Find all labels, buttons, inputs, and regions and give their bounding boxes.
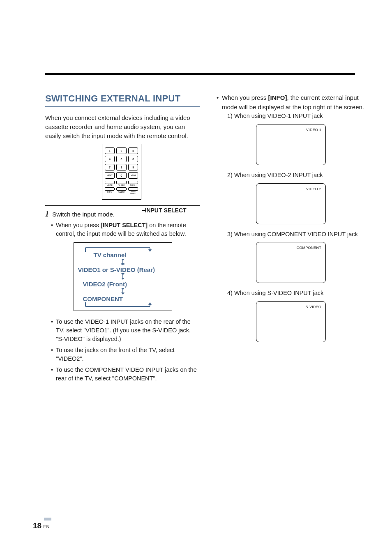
step1-bullet-list-2: To use the VIDEO-1 INPUT jacks on the re… bbox=[51, 318, 200, 383]
right-column: When you press [INFO], the current exter… bbox=[217, 93, 365, 386]
remote-keypad: 1 2 3 4 5 6 7 8 9 –/ENT 0 +100 bbox=[105, 147, 138, 179]
remote-fn-row1: MUTE SLEEP MENU bbox=[105, 181, 138, 187]
remote-key-9: 9 bbox=[128, 164, 138, 170]
remote-fn-audio-label: AUDIO bbox=[116, 191, 127, 193]
right-item1: 1) When using VIDEO-1 INPUT jack bbox=[227, 112, 365, 121]
diagram-line4: COMPONENT bbox=[83, 296, 168, 303]
step-number: 1 bbox=[45, 210, 49, 218]
step1-bullet1: When you press [INPUT SELECT] on the rem… bbox=[51, 221, 200, 238]
tv-label-1: VIDEO 1 bbox=[306, 128, 321, 132]
remote-fn-mute bbox=[105, 181, 115, 184]
remote-key-8: 8 bbox=[116, 164, 127, 170]
right-bullet-list: When you press [INFO], the current exter… bbox=[217, 93, 365, 112]
diagram-bottom-arrow bbox=[77, 302, 172, 307]
diagram-line1: TV channel bbox=[94, 252, 168, 259]
remote-fn-info-label: INFO bbox=[105, 191, 115, 193]
remote-fn-menu-label: MENU bbox=[128, 184, 138, 187]
step-separator bbox=[45, 205, 200, 206]
right-item4: 4) When using S-VIDEO INPUT jack bbox=[227, 289, 365, 298]
remote-fn-input-select bbox=[128, 187, 138, 191]
step-text: Switch the input mode. bbox=[52, 211, 115, 218]
remote-key-2: 2 bbox=[116, 147, 127, 154]
tv-label-4: S-VIDEO bbox=[306, 305, 321, 309]
right-bullet-a: When you press bbox=[222, 94, 268, 101]
svg-marker-13 bbox=[121, 292, 125, 295]
remote-diagram: 1 2 3 4 5 6 7 8 9 –/ENT 0 +100 MUT bbox=[45, 144, 200, 200]
svg-marker-9 bbox=[121, 273, 125, 275]
step1-bullet1-a: When you press bbox=[56, 222, 101, 228]
diagram-line3: VIDEO2 (Front) bbox=[83, 281, 168, 288]
tv-label-2: VIDEO 2 bbox=[306, 187, 321, 191]
section-title: SWITCHING EXTERNAL INPUT bbox=[45, 93, 200, 104]
remote-key-4: 4 bbox=[105, 156, 115, 162]
input-mode-diagram: TV channel VIDEO1 or S-VIDEO (Rear) VIDE… bbox=[74, 242, 172, 311]
remote-key-6: 6 bbox=[128, 156, 138, 162]
left-column: SWITCHING EXTERNAL INPUT When you connec… bbox=[45, 93, 200, 386]
right-bullet-b: [INFO] bbox=[268, 94, 287, 101]
step1-bullet4: To use the COMPONENT VIDEO INPUT jacks o… bbox=[51, 366, 200, 383]
remote-fn-row2: INFO AUDIO INPUT SELECT bbox=[105, 187, 138, 194]
right-item3: 3) When using COMPONENT VIDEO INPUT jack bbox=[227, 230, 365, 239]
remote-key-p100: +100 bbox=[128, 172, 138, 179]
remote-key-0: 0 bbox=[116, 172, 127, 179]
svg-marker-5 bbox=[121, 259, 125, 261]
right-item2: 2) When using VIDEO-2 INPUT jack bbox=[227, 171, 365, 180]
intro-text: When you connect external devices includ… bbox=[45, 113, 200, 140]
diagram-line2: VIDEO1 or S-VIDEO (Rear) bbox=[78, 267, 168, 274]
tv-screen-4: S-VIDEO bbox=[256, 301, 326, 342]
title-underline bbox=[45, 106, 200, 107]
tv-screen-3: COMPONENT bbox=[256, 242, 326, 283]
remote-key-7: 7 bbox=[105, 164, 115, 170]
page-number-footer: 18 EN bbox=[33, 516, 51, 530]
remote-fn-info bbox=[105, 187, 115, 191]
diagram-arrow2 bbox=[77, 273, 168, 281]
step1-bullet1-b: [INPUT SELECT] bbox=[101, 222, 148, 228]
diagram-arrow3 bbox=[77, 288, 168, 296]
remote-key-ent: –/ENT bbox=[105, 172, 115, 179]
page-bar-icon bbox=[44, 518, 51, 520]
tv-label-3: COMPONENT bbox=[297, 246, 321, 250]
remote-key-5: 5 bbox=[116, 156, 127, 162]
remote-fn-audio bbox=[116, 187, 127, 191]
step1-bullet2: To use the VIDEO-1 INPUT jacks on the re… bbox=[51, 318, 200, 343]
page-number: 18 bbox=[33, 521, 42, 530]
two-column-layout: SWITCHING EXTERNAL INPUT When you connec… bbox=[45, 93, 355, 386]
remote-key-3: 3 bbox=[128, 147, 138, 154]
tv-screen-2: VIDEO 2 bbox=[256, 183, 326, 224]
page-lang-wrap: EN bbox=[43, 516, 51, 530]
page-lang: EN bbox=[43, 524, 49, 529]
diagram-arrow1 bbox=[77, 259, 168, 267]
tv-screen-1: VIDEO 1 bbox=[256, 124, 326, 165]
right-bullet: When you press [INFO], the current exter… bbox=[217, 93, 365, 112]
step1-first-bullet-list: When you press [INPUT SELECT] on the rem… bbox=[51, 221, 200, 238]
remote-fn-input-select-label: INPUT SELECT bbox=[128, 191, 138, 194]
callout-text: INPUT SELECT bbox=[145, 207, 187, 214]
top-rule bbox=[45, 73, 355, 75]
document-page: SWITCHING EXTERNAL INPUT When you connec… bbox=[0, 0, 392, 386]
remote-fn-sleep-label: SLEEP bbox=[116, 184, 127, 187]
remote-fn-sleep bbox=[116, 181, 127, 184]
svg-marker-10 bbox=[121, 278, 125, 280]
step1-bullet3: To use the jacks on the front of the TV,… bbox=[51, 346, 200, 363]
svg-marker-16 bbox=[148, 302, 152, 305]
remote-body: 1 2 3 4 5 6 7 8 9 –/ENT 0 +100 MUT bbox=[102, 144, 141, 200]
remote-key-1: 1 bbox=[105, 147, 115, 154]
svg-marker-12 bbox=[121, 288, 125, 290]
remote-fn-menu bbox=[128, 181, 138, 184]
remote-fn-mute-label: MUTE bbox=[105, 184, 115, 187]
